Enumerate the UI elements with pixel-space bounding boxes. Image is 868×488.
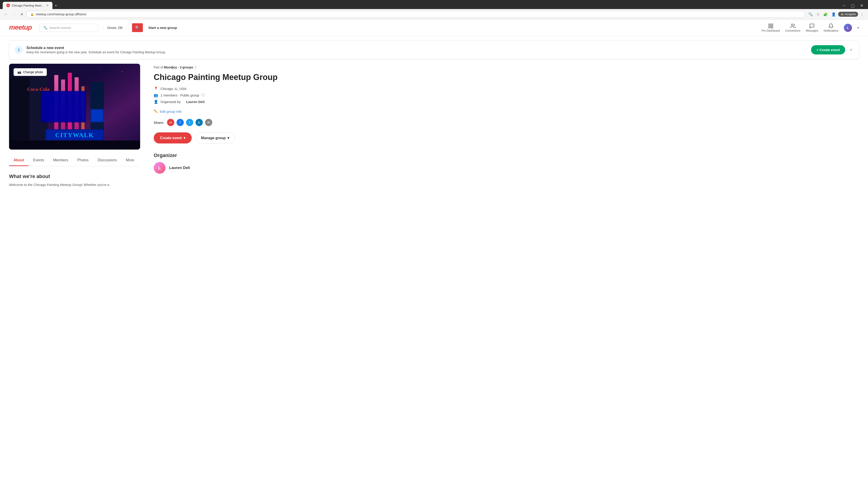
- site-logo[interactable]: meetup: [9, 23, 34, 33]
- members-meta: 👥 1 members · Public group ⓘ: [154, 93, 859, 97]
- create-event-chevron: ▾: [184, 136, 185, 140]
- search-icon: 🔍: [43, 26, 48, 30]
- menu-icon[interactable]: ⋮: [859, 11, 865, 18]
- right-panel: Part of Moodjoy - 3 groups ⓘ Chicago Pai…: [154, 64, 859, 188]
- banner-text: Schedule a new event Keep the momentum g…: [26, 46, 807, 54]
- organizer-name-meta: Lauren Deli: [186, 100, 205, 104]
- search-toolbar-icon[interactable]: 🔍: [807, 11, 814, 18]
- svg-rect-2: [771, 24, 773, 26]
- svg-text:meetup: meetup: [9, 24, 32, 31]
- search-bar[interactable]: 🔍 Search events: [39, 24, 98, 32]
- tab-about[interactable]: About: [9, 155, 29, 166]
- group-image: Coca-Cola CITYWALK: [9, 64, 140, 150]
- connections-label: Connections: [785, 29, 800, 32]
- back-button[interactable]: ←: [3, 11, 9, 17]
- about-title: What we're about: [9, 173, 140, 180]
- tab-close-icon[interactable]: ✕: [46, 4, 49, 7]
- connections-nav[interactable]: Connections: [785, 23, 800, 32]
- new-tab-button[interactable]: +: [53, 2, 59, 9]
- banner-close-button[interactable]: ×: [849, 46, 853, 53]
- user-avatar[interactable]: L: [844, 24, 852, 32]
- change-photo-button[interactable]: 📷 Change photo: [13, 68, 47, 76]
- organizer-icon: 👤: [154, 100, 158, 104]
- tab-photos[interactable]: Photos: [73, 155, 93, 166]
- change-photo-label: Change photo: [23, 70, 43, 74]
- active-tab[interactable]: m Chicago Painting Meetup Grou... ✕: [3, 2, 53, 9]
- site-header: meetup 🔍 Search events Dover, DE 🔍 Start…: [0, 20, 868, 36]
- incognito-icon: 🕵️: [840, 13, 844, 16]
- banner-create-event-button[interactable]: + Create event: [811, 45, 845, 55]
- incognito-badge: 🕵️ Incognito: [838, 12, 858, 17]
- banner-title: Schedule a new event: [26, 46, 807, 50]
- organized-by-prefix: Organized by: [160, 100, 181, 104]
- manage-group-chevron: ▾: [227, 136, 229, 140]
- tab-favicon: m: [6, 4, 10, 7]
- share-email-icon[interactable]: ✉: [205, 119, 212, 126]
- share-facebook-icon[interactable]: f: [177, 119, 184, 126]
- organizer-section: Organizer L Lauren Deli: [154, 153, 859, 174]
- tab-events[interactable]: Events: [29, 155, 49, 166]
- members-icon: 👥: [154, 93, 158, 97]
- part-of-info-icon[interactable]: ⓘ: [194, 66, 197, 69]
- share-meetup-icon[interactable]: m: [167, 119, 174, 126]
- edit-group-info-link[interactable]: ✏️ Edit group info: [154, 109, 859, 113]
- create-event-button[interactable]: Create event ▾: [154, 132, 192, 143]
- svg-rect-30: [9, 140, 140, 150]
- messages-nav[interactable]: Messages: [806, 23, 818, 32]
- notifications-icon: [828, 23, 834, 29]
- share-row: Share: m f t in ✉: [154, 119, 859, 126]
- organizer-avatar[interactable]: L: [154, 162, 165, 174]
- part-of-prefix: Part of: [154, 66, 163, 69]
- address-bar[interactable]: 🔒 meetup.com/meetup-group-ulfhsivo/: [26, 11, 805, 18]
- manage-group-button[interactable]: Manage group ▾: [195, 132, 235, 143]
- profile-icon[interactable]: 👤: [830, 11, 837, 18]
- tab-discussions[interactable]: Discussions: [93, 155, 121, 166]
- manage-group-label: Manage group: [201, 136, 225, 140]
- camera-icon: 📷: [18, 70, 21, 74]
- group-meta: 📍 Chicago, IL, USA 👥 1 members · Public …: [154, 87, 859, 104]
- start-group-button[interactable]: Start a new group: [148, 26, 177, 30]
- svg-point-9: [54, 72, 55, 73]
- organizer-card: L Lauren Deli: [154, 162, 859, 174]
- notifications-label: Notifications: [824, 29, 838, 32]
- maximize-button[interactable]: ▢: [849, 2, 857, 9]
- organizer-section-title: Organizer: [154, 153, 859, 158]
- search-placeholder: Search events: [49, 26, 71, 30]
- browser-chrome: m Chicago Painting Meetup Grou... ✕ + ─ …: [0, 0, 868, 9]
- notifications-nav[interactable]: Notifications: [824, 23, 838, 32]
- url-text: meetup.com/meetup-group-ulfhsivo/: [36, 12, 86, 16]
- tab-more[interactable]: More: [121, 155, 138, 166]
- location-icon: 📍: [154, 87, 158, 91]
- close-button[interactable]: ✕: [858, 2, 865, 9]
- extensions-icon[interactable]: 🧩: [822, 11, 829, 18]
- user-menu-chevron[interactable]: ▾: [857, 26, 859, 29]
- edit-icon: ✏️: [154, 109, 158, 113]
- browser-toolbar: ← → ✕ 🔒 meetup.com/meetup-group-ulfhsivo…: [0, 9, 868, 20]
- edit-label: Edit group info: [160, 109, 182, 113]
- location-text: Chicago, IL, USA: [160, 87, 186, 91]
- members-info-icon[interactable]: ⓘ: [202, 93, 205, 97]
- pro-dashboard-icon: [768, 23, 774, 29]
- svg-rect-3: [771, 26, 773, 28]
- minimize-button[interactable]: ─: [841, 2, 847, 9]
- reload-button[interactable]: ✕: [19, 11, 25, 18]
- svg-rect-1: [769, 24, 770, 26]
- part-of: Part of Moodjoy - 3 groups ⓘ: [154, 66, 859, 70]
- main-content: Coca-Cola CITYWALK 📷 Change photo: [0, 64, 868, 197]
- share-icons: m f t in ✉: [167, 119, 212, 126]
- search-button[interactable]: 🔍: [132, 23, 143, 32]
- bookmark-icon[interactable]: ☆: [815, 11, 821, 18]
- messages-label: Messages: [806, 29, 818, 32]
- svg-point-11: [122, 71, 123, 72]
- location-display[interactable]: Dover, DE: [103, 26, 127, 30]
- svg-text:Coca-Cola: Coca-Cola: [27, 86, 50, 92]
- share-twitter-icon[interactable]: t: [186, 119, 193, 126]
- group-tabs: About Events Members Photos Discussions …: [9, 155, 140, 166]
- left-panel: Coca-Cola CITYWALK 📷 Change photo: [9, 64, 140, 188]
- organizer-name: Lauren Deli: [169, 166, 190, 170]
- tab-members[interactable]: Members: [49, 155, 73, 166]
- share-linkedin-icon[interactable]: in: [195, 119, 203, 126]
- pro-dashboard-nav[interactable]: Pro Dashboard: [762, 23, 780, 32]
- organizer-meta: 👤 Organized by Lauren Deli: [154, 100, 859, 104]
- window-controls: ─ ▢ ✕: [841, 2, 865, 9]
